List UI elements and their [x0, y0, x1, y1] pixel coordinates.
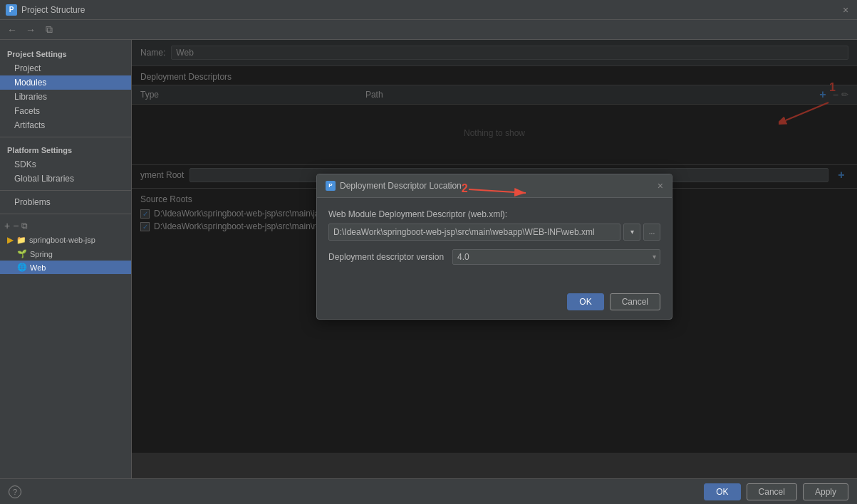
modal-title-bar: P Deployment Descriptor Location: [317, 174, 672, 198]
modal-input-row: ▾ ...: [328, 224, 660, 241]
bottom-bar: ? OK Cancel Apply: [0, 478, 857, 504]
version-select[interactable]: 4.0 3.1 3.0 2.5: [452, 249, 660, 265]
spring-icon: 🌱: [17, 249, 27, 258]
sidebar-item-facets[interactable]: Facets: [0, 104, 131, 118]
deployment-descriptor-location-modal: P Deployment Descriptor Location: [316, 174, 672, 320]
tree-spring-item[interactable]: 🌱 Spring: [0, 247, 131, 261]
deployment-descriptor-dropdown-button[interactable]: ▾: [623, 224, 640, 241]
tree-root-icon: 📁: [16, 236, 26, 245]
modal-field-label: Web Module Deployment Descriptor (web.xm…: [328, 209, 660, 219]
tree-toolbar: + − ⧉: [0, 219, 131, 233]
svg-line-3: [469, 189, 526, 193]
close-button[interactable]: ×: [840, 4, 851, 16]
sidebar-item-project[interactable]: Project: [0, 61, 131, 75]
modal-footer: OK Cancel: [317, 288, 672, 319]
sidebar-separator-2: [0, 190, 131, 191]
title-bar-title: Project Structure: [21, 5, 840, 15]
modal-cancel-button[interactable]: Cancel: [610, 293, 660, 310]
sidebar-separator: [0, 137, 131, 137]
modal-icon: P: [326, 181, 336, 191]
modal-title: P Deployment Descriptor Location: [326, 181, 462, 191]
apply-button[interactable]: Apply: [803, 483, 848, 500]
deployment-descriptor-path-input[interactable]: [328, 224, 620, 241]
bottom-left: ?: [9, 485, 21, 498]
help-button[interactable]: ?: [9, 485, 21, 498]
annotation-number-2: 2: [462, 182, 468, 195]
cancel-button[interactable]: Cancel: [747, 483, 797, 500]
tree-root-item[interactable]: ▶ 📁 springboot-web-jsp: [0, 233, 131, 247]
modal-ok-button[interactable]: OK: [567, 293, 603, 310]
bottom-right: OK Cancel Apply: [704, 483, 848, 500]
arrow-2-svg: [469, 179, 554, 207]
copy-button[interactable]: ⧉: [41, 22, 57, 38]
sidebar-item-modules[interactable]: Modules: [0, 75, 131, 90]
tree-add-btn[interactable]: +: [4, 220, 10, 231]
sidebar-item-libraries[interactable]: Libraries: [0, 90, 131, 104]
tree-folder-icon: ▶: [7, 235, 14, 245]
sidebar-item-problems[interactable]: Problems: [0, 195, 131, 209]
modal-close-button[interactable]: ×: [658, 180, 663, 191]
platform-settings-header: Platform Settings: [0, 142, 131, 157]
modal-version-row: Deployment descriptor version 4.0 3.1 3.…: [328, 249, 660, 265]
modal-overlay: P Deployment Descriptor Location: [132, 40, 857, 453]
sidebar-item-global-libraries[interactable]: Global Libraries: [0, 172, 131, 186]
version-select-wrap: 4.0 3.1 3.0 2.5 ▾: [452, 249, 660, 265]
sidebar-item-artifacts[interactable]: Artifacts: [0, 118, 131, 132]
tree-remove-btn[interactable]: −: [13, 220, 19, 231]
nav-bar: ← → ⧉: [0, 20, 857, 40]
main-layout: Project Settings Project Modules Librari…: [0, 40, 857, 478]
app-icon: P: [6, 4, 17, 16]
version-label: Deployment descriptor version: [328, 252, 444, 262]
tree-copy-btn[interactable]: ⧉: [21, 221, 28, 231]
deployment-descriptor-browse-button[interactable]: ...: [643, 224, 660, 241]
modal-body: Web Module Deployment Descriptor (web.xm…: [317, 198, 672, 288]
sidebar: Project Settings Project Modules Librari…: [0, 40, 132, 478]
sidebar-item-sdks[interactable]: SDKs: [0, 157, 131, 172]
sidebar-separator-3: [0, 214, 131, 214]
ok-button[interactable]: OK: [704, 483, 740, 500]
back-button[interactable]: ←: [4, 22, 20, 38]
web-icon: 🌐: [17, 263, 27, 272]
forward-button[interactable]: →: [23, 22, 38, 38]
content-area: Name: Deployment Descriptors Type Path +…: [132, 40, 857, 478]
project-settings-header: Project Settings: [0, 46, 131, 61]
tree-web-item[interactable]: 🌐 Web: [0, 261, 131, 274]
title-bar: P Project Structure ×: [0, 0, 857, 20]
